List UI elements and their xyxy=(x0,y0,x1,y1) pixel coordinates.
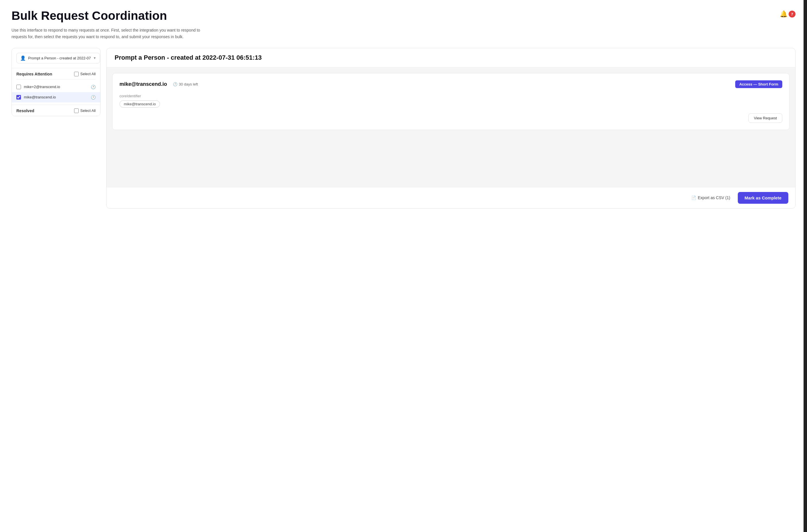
clock-icon-mike: 🕐 xyxy=(91,95,96,99)
request-user-email: mike@transcend.io xyxy=(120,81,167,87)
request-email-mike: mike@transcend.io xyxy=(24,95,56,99)
request-item-mike[interactable]: mike@transcend.io 🕐 xyxy=(12,92,100,102)
notification-badge: 7 xyxy=(789,11,795,18)
request-checkbox-mike-plus-2[interactable] xyxy=(16,84,21,89)
right-panel: Prompt a Person - created at 2022-07-31 … xyxy=(106,48,795,209)
requires-attention-select-all: Select All xyxy=(74,72,96,76)
request-card: mike@transcend.io 🕐 30 days left Access … xyxy=(112,73,789,130)
dropdown-row: 👤 Prompt a Person - created at 2022-07 ▼… xyxy=(12,48,100,68)
request-card-body: coreIdentifier mike@transcend.io xyxy=(120,94,782,108)
requires-attention-label: Requires Attention xyxy=(16,72,52,76)
request-email-mike-plus-2: mike+2@transcend.io xyxy=(24,84,60,89)
resolved-section: Resolved Select All xyxy=(12,105,100,116)
right-panel-content: mike@transcend.io 🕐 30 days left Access … xyxy=(107,68,795,187)
access-badge: Access — Short Form xyxy=(735,80,782,88)
time-badge: 🕐 30 days left xyxy=(173,82,198,87)
request-user-info: mike@transcend.io 🕐 30 days left xyxy=(120,81,198,87)
notification-area: 🔔 7 xyxy=(780,9,795,18)
resolved-select-all-label[interactable]: Select All xyxy=(80,109,96,113)
export-csv-label: Export as CSV (1) xyxy=(698,195,730,200)
identifier-chip: mike@transcend.io xyxy=(120,100,160,108)
main-layout: 👤 Prompt a Person - created at 2022-07 ▼… xyxy=(12,48,795,209)
resolved-header: Resolved Select All xyxy=(12,105,100,116)
core-identifier-label: coreIdentifier xyxy=(120,94,782,98)
clock-icon-mike-plus-2: 🕐 xyxy=(91,84,96,89)
requires-attention-select-all-label[interactable]: Select All xyxy=(80,72,96,76)
integration-dropdown[interactable]: 👤 Prompt a Person - created at 2022-07 ▼ xyxy=(16,53,100,63)
right-panel-title: Prompt a Person - created at 2022-07-31 … xyxy=(115,54,787,61)
scrollbar-area xyxy=(804,0,807,532)
resolved-select-all: Select All xyxy=(74,109,96,113)
mark-as-complete-button[interactable]: Mark as Complete xyxy=(738,192,788,204)
page-title: Bulk Request Coordination xyxy=(12,9,167,22)
right-panel-footer: 📄 Export as CSV (1) Mark as Complete xyxy=(107,187,795,208)
request-item-mike-plus-2[interactable]: mike+2@transcend.io 🕐 xyxy=(12,82,100,92)
dropdown-text: Prompt a Person - created at 2022-07 xyxy=(28,56,91,60)
view-request-button[interactable]: View Request xyxy=(748,113,782,123)
requires-attention-select-all-checkbox[interactable] xyxy=(74,72,79,76)
requires-attention-list: mike+2@transcend.io 🕐 mike@transcend.io … xyxy=(12,79,100,105)
person-icon: 👤 xyxy=(20,55,26,61)
bell-icon[interactable]: 🔔 xyxy=(780,10,787,18)
export-icon: 📄 xyxy=(691,195,696,200)
right-panel-header: Prompt a Person - created at 2022-07-31 … xyxy=(107,48,795,68)
chevron-down-icon: ▼ xyxy=(93,56,96,60)
request-checkbox-mike[interactable] xyxy=(16,95,21,99)
requires-attention-header: Requires Attention Select All xyxy=(12,68,100,79)
resolved-select-all-checkbox[interactable] xyxy=(74,109,79,113)
clock-icon-card: 🕐 xyxy=(173,82,178,87)
export-csv-button[interactable]: 📄 Export as CSV (1) xyxy=(688,193,734,202)
request-card-header: mike@transcend.io 🕐 30 days left Access … xyxy=(120,80,782,88)
page-description: Use this interface to respond to many re… xyxy=(12,27,213,40)
left-panel: 👤 Prompt a Person - created at 2022-07 ▼… xyxy=(12,48,100,116)
request-card-footer: View Request xyxy=(120,113,782,123)
time-left-text: 30 days left xyxy=(179,82,198,87)
resolved-label: Resolved xyxy=(16,109,34,113)
